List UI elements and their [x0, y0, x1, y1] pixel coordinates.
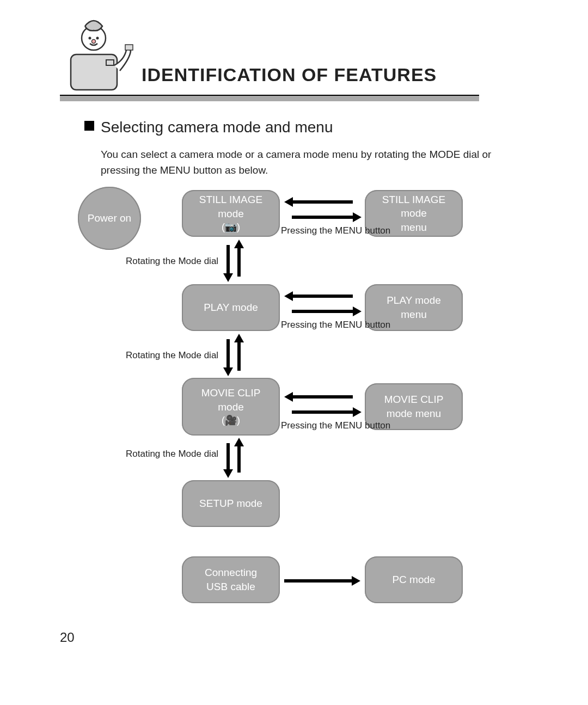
title-rule [60, 95, 479, 101]
section-bullet [84, 121, 94, 131]
camera-icon: (📷) [222, 220, 240, 234]
power-on-label: Power on [88, 211, 131, 225]
caption-rotate-2: Rotating the Mode dial [126, 350, 218, 361]
caption-menu-1: Pressing the MENU button [281, 225, 390, 236]
arrow-play-to-menu [284, 291, 360, 318]
arrow-play-movie [223, 334, 245, 376]
caption-rotate-1: Rotating the Mode dial [126, 256, 218, 267]
play-mode-label: PLAY mode [204, 301, 258, 315]
arrow-movie-to-menu [284, 392, 360, 419]
still-image-menu-l2: menu [401, 220, 427, 235]
pc-mode-label: PC mode [392, 573, 435, 587]
page-title: IDENTIFICATION OF FEATURES [142, 64, 437, 85]
still-image-menu-l1: STILL IMAGE mode [369, 193, 458, 220]
movie-clip-l2: mode [218, 400, 244, 414]
node-movie-clip-mode: MOVIE CLIP mode (🎥) [182, 378, 280, 436]
caption-rotate-3: Rotating the Mode dial [126, 449, 218, 459]
node-setup-mode: SETUP mode [182, 480, 280, 527]
camcorder-icon: (🎥) [222, 414, 240, 427]
mascot-illustration [60, 16, 136, 98]
section-subheading: Selecting camera mode and menu [101, 119, 333, 136]
page-number: 20 [60, 630, 75, 645]
arrow-still-to-menu [284, 197, 360, 224]
svg-point-3 [96, 37, 99, 40]
section-paragraph: You can select a camera mode or a camera… [101, 147, 520, 178]
setup-mode-label: SETUP mode [199, 496, 262, 511]
caption-menu-3: Pressing the MENU button [281, 420, 390, 431]
arrow-still-play [223, 240, 245, 282]
play-menu-l1: PLAY mode [387, 293, 441, 308]
svg-rect-5 [125, 45, 133, 50]
node-pc-mode: PC mode [365, 556, 463, 603]
arrow-movie-setup [223, 438, 245, 478]
connecting-l1: Connecting [205, 566, 257, 580]
svg-point-4 [92, 40, 96, 44]
still-image-label: STILL IMAGE mode [186, 193, 275, 220]
caption-menu-2: Pressing the MENU button [281, 320, 390, 330]
play-menu-l2: menu [401, 308, 427, 322]
node-play-mode: PLAY mode [182, 284, 280, 331]
movie-menu-l1: MOVIE CLIP [384, 393, 444, 407]
node-connecting-usb: Connecting USB cable [182, 556, 280, 603]
svg-point-2 [89, 37, 91, 40]
node-still-image-mode: STILL IMAGE mode (📷) [182, 190, 280, 237]
movie-clip-l1: MOVIE CLIP [201, 386, 261, 400]
arrow-usb-to-pc [284, 576, 360, 587]
movie-menu-l2: mode menu [387, 407, 441, 421]
connecting-l2: USB cable [206, 580, 255, 594]
node-power-on: Power on [78, 187, 141, 250]
